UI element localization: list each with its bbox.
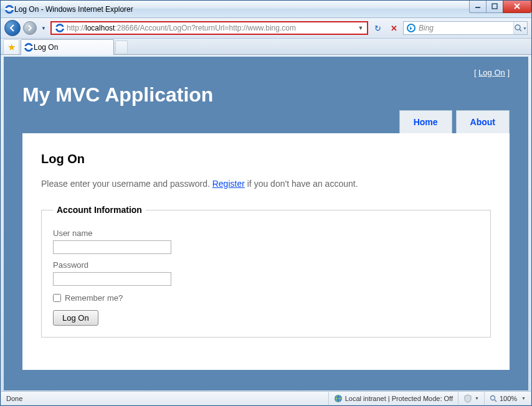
maximize-button[interactable] xyxy=(486,1,503,13)
url-path: :28666/Account/LogOn?returnUrl=http://ww… xyxy=(115,24,296,32)
stop-button[interactable]: ✕ xyxy=(387,21,401,35)
window-controls xyxy=(470,1,531,13)
instruction-post: if you don't have an account. xyxy=(245,179,358,189)
refresh-icon: ↻ xyxy=(374,24,381,33)
remember-row: Remember me? xyxy=(53,293,479,303)
svg-rect-1 xyxy=(492,4,497,9)
remember-label: Remember me? xyxy=(65,293,123,303)
chevron-down-icon: ▼ xyxy=(523,26,527,31)
window-title: Log On - Windows Internet Explorer xyxy=(14,5,470,14)
nav-menu: Home About xyxy=(22,110,510,133)
logon-link-wrap: [ Log On ] xyxy=(474,68,510,77)
stop-icon: ✕ xyxy=(391,24,397,33)
url-text: http://localhost:28666/Account/LogOn?ret… xyxy=(67,24,356,32)
browser-window: Log On - Windows Internet Explorer ▼ htt… xyxy=(0,0,532,406)
password-input[interactable] xyxy=(53,272,171,286)
bracket-close: ] xyxy=(505,68,510,77)
arrow-right-icon xyxy=(27,25,33,31)
globe-icon xyxy=(334,394,343,403)
address-dropdown-icon[interactable]: ▼ xyxy=(356,25,366,31)
tab-title: Log On xyxy=(34,43,58,52)
minimize-icon xyxy=(475,3,481,9)
minimize-button[interactable] xyxy=(469,1,487,13)
nav-about[interactable]: About xyxy=(456,110,510,133)
close-button[interactable] xyxy=(503,1,531,13)
search-go-button[interactable]: ▼ xyxy=(513,22,527,34)
favorites-button[interactable]: ★ xyxy=(3,39,19,54)
register-link[interactable]: Register xyxy=(212,179,245,189)
bing-icon xyxy=(406,23,416,33)
page-viewport: [ Log On ] My MVC Application Home About… xyxy=(4,57,528,390)
nav-history-dropdown[interactable]: ▼ xyxy=(39,21,48,35)
remember-checkbox[interactable] xyxy=(53,294,61,302)
arrow-left-icon xyxy=(9,24,16,32)
url-scheme: http:// xyxy=(67,24,85,32)
status-spacer[interactable]: ▼ xyxy=(458,392,484,405)
nav-home[interactable]: Home xyxy=(399,110,452,133)
close-icon xyxy=(513,3,521,9)
svg-point-10 xyxy=(490,395,495,400)
svg-line-6 xyxy=(520,29,521,31)
chevron-down-icon: ▼ xyxy=(521,396,526,400)
zoom-text: 100% xyxy=(500,395,517,402)
account-fieldset: Account Information User name Password R… xyxy=(41,205,491,338)
page-content: [ Log On ] My MVC Application Home About… xyxy=(4,57,528,389)
forward-button[interactable] xyxy=(23,21,37,35)
address-bar[interactable]: http://localhost:28666/Account/LogOn?ret… xyxy=(50,21,368,35)
magnifier-icon xyxy=(514,24,522,32)
shield-icon xyxy=(463,394,472,403)
url-host: localhost xyxy=(85,24,115,32)
submit-button[interactable]: Log On xyxy=(53,310,98,326)
page-heading: Log On xyxy=(41,152,491,166)
star-icon: ★ xyxy=(7,42,16,52)
security-zone[interactable]: Local intranet | Protected Mode: Off xyxy=(328,392,458,405)
fieldset-legend: Account Information xyxy=(53,205,146,215)
page-icon xyxy=(55,23,65,33)
search-box[interactable]: Bing ▼ xyxy=(403,21,528,35)
magnifier-icon xyxy=(490,395,497,402)
new-tab-button[interactable] xyxy=(115,40,128,53)
logon-link[interactable]: Log On xyxy=(478,68,505,77)
zone-text: Local intranet | Protected Mode: Off xyxy=(345,395,453,402)
username-row: User name xyxy=(53,229,479,254)
search-placeholder: Bing xyxy=(419,24,513,32)
tab-bar: ★ Log On xyxy=(1,39,531,55)
instruction-pre: Please enter your username and password. xyxy=(41,179,212,189)
chevron-down-icon: ▼ xyxy=(475,396,479,400)
username-input[interactable] xyxy=(53,240,171,254)
tab-page-icon xyxy=(24,42,34,52)
password-row: Password xyxy=(53,260,479,286)
nav-toolbar: ▼ http://localhost:28666/Account/LogOn?r… xyxy=(1,18,531,39)
status-left-text: Done xyxy=(6,395,22,402)
refresh-button[interactable]: ↻ xyxy=(371,21,384,35)
ie-icon xyxy=(4,4,14,14)
svg-point-5 xyxy=(515,25,520,30)
back-button[interactable] xyxy=(4,20,21,36)
username-label: User name xyxy=(53,229,479,238)
status-text: Done xyxy=(1,392,328,405)
maximize-icon xyxy=(492,3,498,9)
browser-tab[interactable]: Log On xyxy=(21,39,114,55)
login-status-row: [ Log On ] xyxy=(22,65,510,83)
status-bar: Done Local intranet | Protected Mode: Of… xyxy=(1,391,531,405)
site-title: My MVC Application xyxy=(22,83,510,106)
svg-line-11 xyxy=(495,400,496,402)
titlebar: Log On - Windows Internet Explorer xyxy=(1,1,531,18)
password-label: Password xyxy=(53,260,479,270)
zoom-control[interactable]: 100% ▼ xyxy=(484,392,531,405)
main-panel: Log On Please enter your username and pa… xyxy=(22,133,510,370)
instruction-text: Please enter your username and password.… xyxy=(41,179,491,189)
